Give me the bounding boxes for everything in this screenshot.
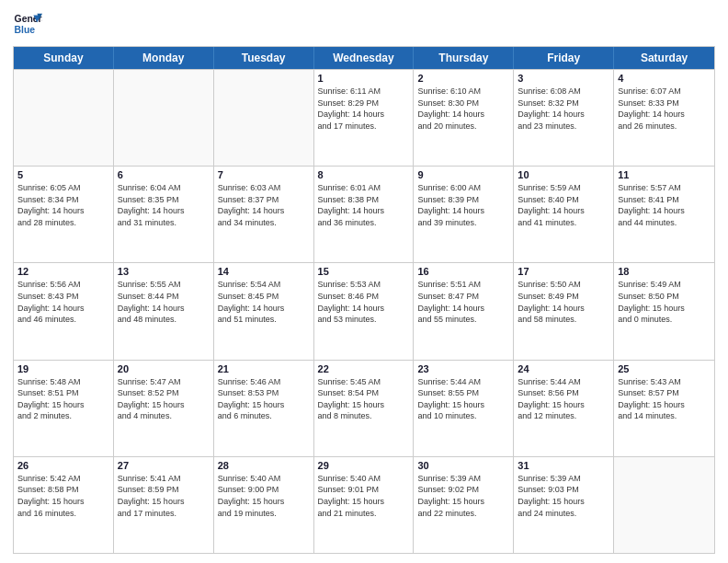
day-number: 28 xyxy=(218,460,310,471)
day-info: Sunrise: 6:08 AM Sunset: 8:32 PM Dayligh… xyxy=(518,86,609,132)
day-number: 6 xyxy=(118,169,210,180)
day-cell-21: 21Sunrise: 5:46 AM Sunset: 8:53 PM Dayli… xyxy=(214,361,314,456)
week-row-3: 19Sunrise: 5:48 AM Sunset: 8:51 PM Dayli… xyxy=(14,360,714,456)
day-cell-22: 22Sunrise: 5:45 AM Sunset: 8:54 PM Dayli… xyxy=(314,361,415,456)
day-cell-18: 18Sunrise: 5:49 AM Sunset: 8:50 PM Dayli… xyxy=(614,263,714,359)
weekday-header-saturday: Saturday xyxy=(614,47,714,69)
day-number: 24 xyxy=(518,363,609,374)
day-cell-8: 8Sunrise: 6:01 AM Sunset: 8:38 PM Daylig… xyxy=(314,167,415,262)
day-number: 1 xyxy=(318,73,410,84)
day-info: Sunrise: 6:11 AM Sunset: 8:29 PM Dayligh… xyxy=(318,86,410,132)
day-info: Sunrise: 5:43 AM Sunset: 8:57 PM Dayligh… xyxy=(618,376,711,422)
day-info: Sunrise: 5:46 AM Sunset: 8:53 PM Dayligh… xyxy=(218,376,310,422)
page: General Blue SundayMondayTuesdayWednesda… xyxy=(0,0,728,563)
weekday-header-thursday: Thursday xyxy=(414,47,514,69)
calendar: SundayMondayTuesdayWednesdayThursdayFrid… xyxy=(13,46,715,554)
day-cell-1: 1Sunrise: 6:11 AM Sunset: 8:29 PM Daylig… xyxy=(314,70,415,166)
day-cell-20: 20Sunrise: 5:47 AM Sunset: 8:52 PM Dayli… xyxy=(114,361,214,456)
weekday-header-monday: Monday xyxy=(114,47,214,69)
day-number: 21 xyxy=(218,363,310,374)
day-cell-9: 9Sunrise: 6:00 AM Sunset: 8:39 PM Daylig… xyxy=(414,167,514,262)
day-info: Sunrise: 6:00 AM Sunset: 8:39 PM Dayligh… xyxy=(417,182,509,228)
day-number: 11 xyxy=(618,169,711,180)
day-cell-13: 13Sunrise: 5:55 AM Sunset: 8:44 PM Dayli… xyxy=(114,263,214,359)
day-cell-16: 16Sunrise: 5:51 AM Sunset: 8:47 PM Dayli… xyxy=(414,263,514,359)
day-info: Sunrise: 5:51 AM Sunset: 8:47 PM Dayligh… xyxy=(417,279,509,325)
day-number: 22 xyxy=(318,363,410,374)
week-row-4: 26Sunrise: 5:42 AM Sunset: 8:58 PM Dayli… xyxy=(14,456,714,553)
day-info: Sunrise: 5:40 AM Sunset: 9:00 PM Dayligh… xyxy=(218,473,310,519)
day-number: 30 xyxy=(417,460,509,471)
week-row-0: 1Sunrise: 6:11 AM Sunset: 8:29 PM Daylig… xyxy=(14,69,714,166)
day-info: Sunrise: 5:57 AM Sunset: 8:41 PM Dayligh… xyxy=(618,182,711,228)
day-info: Sunrise: 6:10 AM Sunset: 8:30 PM Dayligh… xyxy=(417,86,509,132)
day-info: Sunrise: 5:54 AM Sunset: 8:45 PM Dayligh… xyxy=(218,279,310,325)
day-info: Sunrise: 5:53 AM Sunset: 8:46 PM Dayligh… xyxy=(318,279,410,325)
day-number: 4 xyxy=(618,73,711,84)
day-number: 15 xyxy=(318,266,410,277)
day-info: Sunrise: 5:47 AM Sunset: 8:52 PM Dayligh… xyxy=(118,376,210,422)
day-number: 10 xyxy=(518,169,609,180)
day-number: 31 xyxy=(518,460,609,471)
day-info: Sunrise: 5:44 AM Sunset: 8:55 PM Dayligh… xyxy=(417,376,509,422)
day-number: 2 xyxy=(417,73,509,84)
day-number: 9 xyxy=(417,169,509,180)
day-cell-17: 17Sunrise: 5:50 AM Sunset: 8:49 PM Dayli… xyxy=(514,263,614,359)
day-cell-empty-0-2 xyxy=(214,70,314,166)
weekday-header-friday: Friday xyxy=(514,47,614,69)
day-info: Sunrise: 5:42 AM Sunset: 8:58 PM Dayligh… xyxy=(17,473,109,519)
day-cell-15: 15Sunrise: 5:53 AM Sunset: 8:46 PM Dayli… xyxy=(314,263,415,359)
day-info: Sunrise: 5:40 AM Sunset: 9:01 PM Dayligh… xyxy=(318,473,410,519)
day-info: Sunrise: 5:50 AM Sunset: 8:49 PM Dayligh… xyxy=(518,279,609,325)
day-cell-10: 10Sunrise: 5:59 AM Sunset: 8:40 PM Dayli… xyxy=(514,167,614,262)
day-info: Sunrise: 5:49 AM Sunset: 8:50 PM Dayligh… xyxy=(618,279,711,325)
day-number: 26 xyxy=(17,460,109,471)
day-cell-3: 3Sunrise: 6:08 AM Sunset: 8:32 PM Daylig… xyxy=(514,70,614,166)
weekday-header-wednesday: Wednesday xyxy=(314,47,415,69)
day-number: 25 xyxy=(618,363,711,374)
day-cell-26: 26Sunrise: 5:42 AM Sunset: 8:58 PM Dayli… xyxy=(14,457,114,553)
day-info: Sunrise: 6:07 AM Sunset: 8:33 PM Dayligh… xyxy=(618,86,711,132)
day-cell-31: 31Sunrise: 5:39 AM Sunset: 9:03 PM Dayli… xyxy=(514,457,614,553)
day-info: Sunrise: 5:45 AM Sunset: 8:54 PM Dayligh… xyxy=(318,376,410,422)
logo: General Blue xyxy=(13,9,42,39)
day-number: 13 xyxy=(118,266,210,277)
day-cell-19: 19Sunrise: 5:48 AM Sunset: 8:51 PM Dayli… xyxy=(14,361,114,456)
day-cell-24: 24Sunrise: 5:44 AM Sunset: 8:56 PM Dayli… xyxy=(514,361,614,456)
day-number: 27 xyxy=(118,460,210,471)
day-cell-2: 2Sunrise: 6:10 AM Sunset: 8:30 PM Daylig… xyxy=(414,70,514,166)
day-number: 12 xyxy=(17,266,109,277)
day-info: Sunrise: 5:41 AM Sunset: 8:59 PM Dayligh… xyxy=(118,473,210,519)
day-cell-7: 7Sunrise: 6:03 AM Sunset: 8:37 PM Daylig… xyxy=(214,167,314,262)
day-number: 20 xyxy=(118,363,210,374)
day-info: Sunrise: 5:56 AM Sunset: 8:43 PM Dayligh… xyxy=(17,279,109,325)
day-cell-11: 11Sunrise: 5:57 AM Sunset: 8:41 PM Dayli… xyxy=(614,167,714,262)
weekday-header-tuesday: Tuesday xyxy=(214,47,314,69)
day-number: 29 xyxy=(318,460,410,471)
day-number: 17 xyxy=(518,266,609,277)
day-cell-empty-0-0 xyxy=(14,70,114,166)
day-info: Sunrise: 6:05 AM Sunset: 8:34 PM Dayligh… xyxy=(17,182,109,228)
day-info: Sunrise: 5:44 AM Sunset: 8:56 PM Dayligh… xyxy=(518,376,609,422)
day-number: 8 xyxy=(318,169,410,180)
day-number: 5 xyxy=(17,169,109,180)
calendar-header: SundayMondayTuesdayWednesdayThursdayFrid… xyxy=(14,47,714,69)
day-cell-5: 5Sunrise: 6:05 AM Sunset: 8:34 PM Daylig… xyxy=(14,167,114,262)
week-row-2: 12Sunrise: 5:56 AM Sunset: 8:43 PM Dayli… xyxy=(14,262,714,359)
svg-text:Blue: Blue xyxy=(15,25,36,35)
header: General Blue xyxy=(13,9,715,39)
day-cell-6: 6Sunrise: 6:04 AM Sunset: 8:35 PM Daylig… xyxy=(114,167,214,262)
day-cell-14: 14Sunrise: 5:54 AM Sunset: 8:45 PM Dayli… xyxy=(214,263,314,359)
day-number: 3 xyxy=(518,73,609,84)
day-number: 19 xyxy=(17,363,109,374)
day-info: Sunrise: 5:59 AM Sunset: 8:40 PM Dayligh… xyxy=(518,182,609,228)
logo-icon: General Blue xyxy=(13,9,42,39)
day-cell-23: 23Sunrise: 5:44 AM Sunset: 8:55 PM Dayli… xyxy=(414,361,514,456)
day-cell-28: 28Sunrise: 5:40 AM Sunset: 9:00 PM Dayli… xyxy=(214,457,314,553)
day-cell-25: 25Sunrise: 5:43 AM Sunset: 8:57 PM Dayli… xyxy=(614,361,714,456)
day-info: Sunrise: 5:48 AM Sunset: 8:51 PM Dayligh… xyxy=(17,376,109,422)
day-info: Sunrise: 6:01 AM Sunset: 8:38 PM Dayligh… xyxy=(318,182,410,228)
day-cell-4: 4Sunrise: 6:07 AM Sunset: 8:33 PM Daylig… xyxy=(614,70,714,166)
day-cell-29: 29Sunrise: 5:40 AM Sunset: 9:01 PM Dayli… xyxy=(314,457,415,553)
day-number: 16 xyxy=(417,266,509,277)
